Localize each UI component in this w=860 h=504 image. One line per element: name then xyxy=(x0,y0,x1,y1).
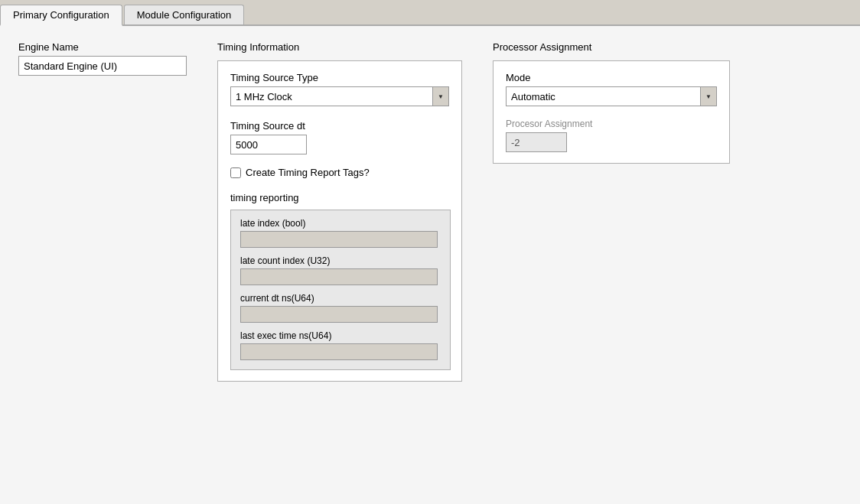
timing-source-dt-group: Timing Source dt xyxy=(230,120,449,154)
engine-name-input[interactable] xyxy=(18,56,187,76)
reporting-label-last-exec: last exec time ns(U64) xyxy=(240,330,441,341)
processor-section-title: Processor Assignment xyxy=(493,41,730,53)
reporting-input-current-dt[interactable] xyxy=(240,306,438,323)
timing-source-type-group: Timing Source Type 1 MHz Clock External … xyxy=(230,72,449,106)
reporting-label-late-index: late index (bool) xyxy=(240,218,441,229)
processor-assignment-group: Procesor Assignment xyxy=(506,119,717,152)
engine-name-label: Engine Name xyxy=(18,41,187,53)
middle-column: Timing Information Timing Source Type 1 … xyxy=(217,41,462,489)
timing-reporting-title: timing reporting xyxy=(230,192,449,203)
mode-select[interactable]: Automatic Manual xyxy=(506,86,712,106)
reporting-input-late-count-index[interactable] xyxy=(240,268,438,285)
reporting-input-late-index[interactable] xyxy=(240,231,438,248)
engine-name-group: Engine Name xyxy=(18,41,187,76)
left-column: Engine Name xyxy=(18,41,187,489)
timing-reporting-box[interactable]: late index (bool) late count index (U32)… xyxy=(230,210,451,370)
tab-bar: Primary Configuration Module Configurati… xyxy=(0,0,860,26)
create-timing-report-checkbox[interactable] xyxy=(230,167,241,178)
timing-source-type-select[interactable]: 1 MHz Clock External Software xyxy=(230,86,445,106)
create-timing-report-label: Create Timing Report Tags? xyxy=(246,167,370,178)
timing-source-type-select-wrapper: 1 MHz Clock External Software xyxy=(230,86,449,106)
reporting-label-current-dt: current dt ns(U64) xyxy=(240,293,441,304)
create-timing-report-group: Create Timing Report Tags? xyxy=(230,167,449,178)
reporting-label-late-count-index: late count index (U32) xyxy=(240,255,441,266)
timing-outer-box: Timing Source Type 1 MHz Clock External … xyxy=(217,60,462,382)
tab-module[interactable]: Module Configuration xyxy=(124,5,245,24)
timing-source-type-label: Timing Source Type xyxy=(230,72,449,83)
processor-outer-box: Mode Automatic Manual Procesor Assignmen… xyxy=(493,60,730,164)
mode-label: Mode xyxy=(506,72,717,83)
processor-assignment-label: Procesor Assignment xyxy=(506,119,717,129)
reporting-field-late-count-index: late count index (U32) xyxy=(240,255,441,285)
reporting-input-last-exec[interactable] xyxy=(240,343,438,360)
timing-reporting-section: timing reporting late index (bool) late … xyxy=(230,192,449,370)
main-content: Engine Name Timing Information Timing So… xyxy=(0,26,860,504)
timing-source-dt-label: Timing Source dt xyxy=(230,120,449,132)
timing-section-title: Timing Information xyxy=(217,41,462,53)
right-column: Processor Assignment Mode Automatic Manu… xyxy=(493,41,730,489)
processor-assignment-input xyxy=(506,132,567,152)
reporting-field-current-dt: current dt ns(U64) xyxy=(240,293,441,323)
timing-source-dt-input[interactable] xyxy=(230,135,307,154)
reporting-field-late-index: late index (bool) xyxy=(240,218,441,248)
mode-select-wrapper: Automatic Manual xyxy=(506,86,717,106)
mode-group: Mode Automatic Manual xyxy=(506,72,717,106)
tab-primary[interactable]: Primary Configuration xyxy=(0,5,122,26)
reporting-field-last-exec: last exec time ns(U64) xyxy=(240,330,441,360)
